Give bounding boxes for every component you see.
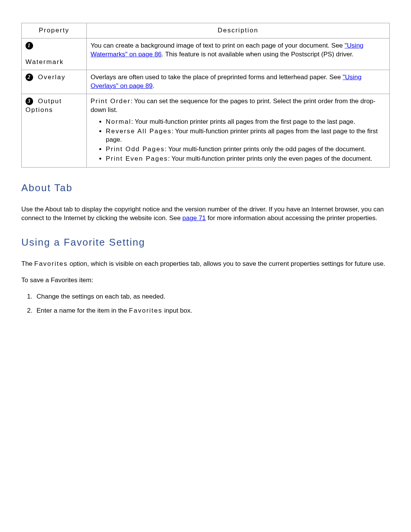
table-row: 2 Overlay Overlays are often used to tak… xyxy=(22,70,390,94)
favorite-paragraph-1: The Favorites option, which is visible o… xyxy=(21,260,390,268)
print-order-list: Normal: Your multi-function printer prin… xyxy=(91,118,386,164)
print-order-label: Print Order xyxy=(91,97,131,105)
list-item: Change the settings on each tab, as need… xyxy=(34,292,390,301)
property-description: Print Order: You can set the sequence fo… xyxy=(87,94,390,168)
col-property: Property xyxy=(22,23,87,38)
number-badge-icon: 2 xyxy=(25,73,33,81)
list-item: Enter a name for the item in the Favorit… xyxy=(34,307,390,315)
page-71-link[interactable]: page 71 xyxy=(182,214,206,222)
list-item: Normal: Your multi-function printer prin… xyxy=(106,118,386,126)
favorite-steps: Change the settings on each tab, as need… xyxy=(21,292,390,315)
property-description: Overlays are often used to take the plac… xyxy=(87,70,390,94)
property-label: Watermark xyxy=(25,58,83,67)
number-badge-icon: 3 xyxy=(25,97,33,105)
list-item: Reverse All Pages: Your multi-function p… xyxy=(106,127,386,145)
favorite-paragraph-2: To save a Favorites item: xyxy=(21,276,390,285)
list-item: Print Odd Pages: Your multi-function pri… xyxy=(106,145,386,154)
property-label: Overlay xyxy=(38,73,66,81)
about-tab-paragraph: Use the About tab to display the copyrig… xyxy=(21,205,390,223)
property-description: You can create a background image of tex… xyxy=(87,38,390,70)
number-badge-icon: 1 xyxy=(25,42,33,50)
about-tab-heading: About Tab xyxy=(21,181,390,195)
table-row: 1 Watermark You can create a background … xyxy=(22,38,390,70)
table-row: 3 Output Options Print Order: You can se… xyxy=(22,94,390,168)
col-description: Description xyxy=(87,23,390,38)
list-item: Print Even Pages: Your multi-function pr… xyxy=(106,155,386,163)
favorite-heading: Using a Favorite Setting xyxy=(21,236,390,249)
properties-table: Property Description 1 Watermark You can… xyxy=(21,23,390,168)
